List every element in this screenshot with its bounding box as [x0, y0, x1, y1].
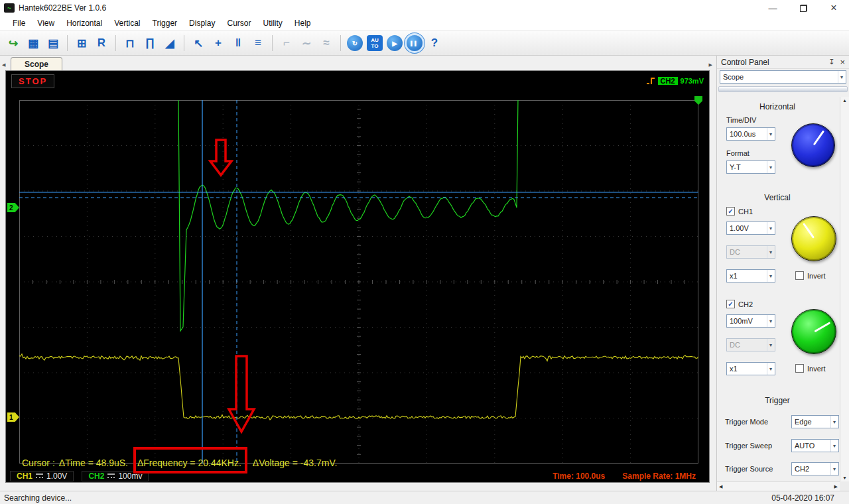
oscilloscope-display[interactable]: 2 1 Cursor : ΔTime = 48.9uS. ΔFrequency …	[6, 91, 709, 470]
tab-scroll-left-icon[interactable]: ◀	[2, 62, 5, 68]
scroll-right-icon[interactable]: ▶	[834, 484, 838, 489]
trigger-edge-icon	[647, 76, 655, 86]
trigger-level-value: 973mV	[681, 77, 704, 85]
toolbar-pulse-wave-alt-button[interactable]: ∏	[141, 34, 159, 52]
toolbar-horizontal-cursor-button[interactable]: ≡	[249, 34, 267, 52]
timebase-readout: Time: 100.0us	[553, 472, 605, 481]
toolbar-pause-button[interactable]: ▌▌	[407, 35, 423, 51]
ch2-position-marker[interactable]: 2	[7, 203, 19, 212]
scope-status-row: STOP CH2 973mV	[6, 71, 709, 91]
frequency-highlight-box: ΔFrequency = 20.44KHz.	[133, 447, 247, 473]
ch2-scale-select[interactable]: 100mV ▾	[726, 314, 775, 328]
menu-cursor[interactable]: Cursor	[221, 17, 257, 30]
chevron-down-icon: ▾	[767, 128, 772, 140]
ch1-enable-checkbox[interactable]: ✓	[726, 207, 735, 216]
panel-mode-select[interactable]: Scope ▾	[720, 70, 846, 84]
tab-scroll-right-icon[interactable]: ▶	[709, 62, 712, 68]
ch1-scale-readout: CH1 1.00V	[10, 471, 74, 481]
trigger-readout: CH2 973mV	[647, 76, 704, 86]
minimize-button[interactable]: —	[757, 0, 788, 16]
waveform-plot[interactable]	[19, 100, 698, 464]
trigger-sweep-select[interactable]: AUTO ▾	[791, 439, 839, 452]
ch1-probe-select[interactable]: x1 ▾	[726, 269, 775, 283]
annotation-arrow-1	[210, 140, 231, 175]
ch2-enable-label: CH2	[738, 300, 753, 308]
ch1-invert-checkbox[interactable]	[795, 271, 804, 280]
toolbar-print-button[interactable]: ▤	[44, 34, 62, 52]
ch1-probe: x1	[730, 272, 738, 280]
scroll-left-icon[interactable]: ◀	[719, 484, 722, 489]
toolbar-auto-set-button[interactable]: AUTO	[367, 35, 383, 51]
ch2-invert-row: Invert	[795, 364, 826, 373]
window-title: Hantek6022BE Ver 1.0.6	[19, 3, 106, 13]
cursor-readout-prefix: Cursor :	[22, 458, 55, 468]
scroll-down-icon[interactable]: ▼	[840, 475, 849, 480]
trigger-sweep-label: Trigger Sweep	[725, 442, 772, 450]
close-panel-icon[interactable]: ×	[840, 57, 845, 67]
ch2-enable-checkbox[interactable]: ✓	[726, 300, 735, 308]
toolbar-help-button[interactable]: ?	[425, 34, 444, 52]
horizontal-knob[interactable]	[791, 123, 835, 167]
workspace: ◀ Scope ▶ STOP CH2 973mV 2 1	[0, 56, 716, 491]
scrollbar-corner	[840, 481, 849, 491]
ch1-position-knob[interactable]	[791, 216, 836, 261]
menu-display[interactable]: Display	[183, 17, 221, 30]
ch2-marker-label: 2	[9, 204, 13, 212]
menu-view[interactable]: View	[31, 17, 60, 30]
close-button[interactable]: ×	[818, 0, 849, 16]
ch1-scale-select[interactable]: 1.00V ▾	[726, 221, 775, 235]
format-select[interactable]: Y-T ▾	[726, 160, 775, 174]
pin-icon[interactable]: ↧	[828, 58, 834, 66]
toolbar-vertical-cursor-button[interactable]: ‖	[229, 34, 247, 52]
menu-file[interactable]: File	[7, 17, 31, 30]
ch1-coupling-select: DC ▾	[726, 245, 775, 259]
timediv-select[interactable]: 100.0us ▾	[726, 127, 775, 141]
panel-horizontal-scrollbar[interactable]: ◀ ▶	[717, 481, 840, 491]
toolbar-save-button[interactable]: ▦	[24, 34, 42, 52]
trigger-source-select[interactable]: CH2 ▾	[791, 462, 839, 475]
toolbar-pulse-wave-button[interactable]: ⊓	[121, 34, 139, 52]
timediv-value: 100.0us	[730, 130, 755, 138]
ch1-invert-label: Invert	[807, 272, 826, 280]
menu-help[interactable]: Help	[289, 17, 317, 30]
scroll-up-icon[interactable]: ▲	[840, 98, 849, 103]
ch1-position-marker[interactable]: 1	[7, 412, 19, 422]
toolbar-start-button[interactable]: ▶	[387, 35, 403, 51]
toolbar-separator	[67, 35, 68, 51]
panel-vertical-scrollbar[interactable]: ▲ ▼	[840, 97, 849, 481]
ch2-position-knob[interactable]	[791, 309, 836, 354]
control-panel-title: Control Panel	[721, 58, 823, 67]
trigger-mode-select[interactable]: Edge ▾	[791, 415, 839, 428]
menu-utility[interactable]: Utility	[257, 17, 288, 30]
ch1-enable-row: ✓ CH1	[726, 207, 753, 216]
toolbar-pointer-cursor-button[interactable]: ↖	[189, 34, 208, 52]
menu-trigger[interactable]: Trigger	[147, 17, 184, 30]
menu-vertical[interactable]: Vertical	[108, 17, 146, 30]
ch2-trace	[178, 100, 518, 331]
toolbar-fit-screen-button[interactable]: ⊞	[72, 34, 91, 52]
toolbar-refresh-button[interactable]: ↻	[347, 35, 363, 51]
trigger-mode-value: Edge	[795, 418, 812, 426]
toolbar-cross-cursor-button[interactable]: +	[209, 34, 228, 52]
restore-button[interactable]	[788, 0, 818, 16]
scope-footer: CH1 1.00V CH2 100mv Time: 100.0us Sample…	[6, 470, 709, 482]
ch1-marker-label: 1	[9, 414, 13, 421]
ch2-invert-checkbox[interactable]	[795, 364, 804, 373]
trigger-channel-badge: CH2	[658, 77, 678, 85]
chevron-down-icon: ▾	[767, 161, 772, 173]
menu-horizontal[interactable]: Horizontal	[60, 17, 108, 30]
toolbar-ramp-wave-button[interactable]: ◢	[161, 34, 179, 52]
tab-scope[interactable]: Scope	[11, 57, 62, 70]
toolbar-record-button[interactable]: R	[92, 34, 111, 52]
ch2-enable-row: ✓ CH2	[726, 300, 753, 308]
tab-scope-label: Scope	[25, 60, 48, 69]
ch1-enable-label: CH1	[738, 208, 753, 216]
trigger-source-label: Trigger Source	[725, 465, 773, 473]
toolbar-open-button[interactable]: ↪	[4, 34, 23, 52]
chevron-down-icon: ▾	[830, 463, 836, 475]
ch1-coupling-icon	[36, 473, 43, 478]
ch2-probe-select[interactable]: x1 ▾	[726, 362, 775, 375]
toolbar-sine-wave-button: ∼	[297, 34, 316, 52]
menu-bar: FileViewHorizontalVerticalTriggerDisplay…	[0, 16, 849, 31]
toolbar-sine-wave-alt-button: ≈	[317, 34, 336, 52]
